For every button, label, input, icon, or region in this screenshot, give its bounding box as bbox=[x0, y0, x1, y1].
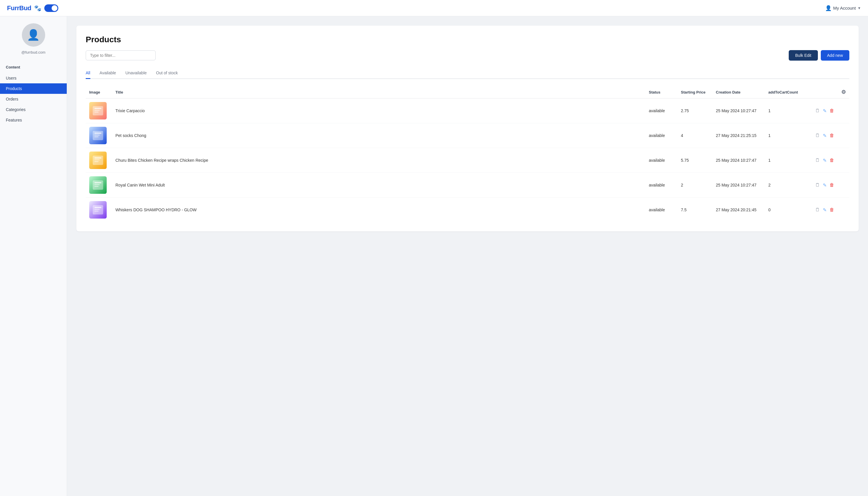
product-title-cell: Trixie Carpaccio bbox=[112, 98, 645, 123]
product-status: available bbox=[649, 158, 665, 162]
copy-icon[interactable]: 🗒 bbox=[815, 158, 820, 163]
product-date: 25 May 2024 10:27:47 bbox=[716, 108, 756, 113]
product-cart-cell: 1 bbox=[765, 148, 808, 173]
product-gear-cell bbox=[838, 98, 849, 123]
product-tabs: All Available Unavailable Out of stock bbox=[86, 67, 849, 79]
table-row: Pet socks Chong available 4 27 May 2024 … bbox=[86, 123, 849, 148]
chevron-down-icon: ▼ bbox=[857, 6, 861, 10]
product-price: 2 bbox=[681, 183, 683, 187]
product-date-cell: 25 May 2024 10:27:47 bbox=[712, 98, 765, 123]
my-account-menu[interactable]: 👤 My Account ▼ bbox=[825, 5, 861, 11]
product-gear-cell bbox=[838, 198, 849, 222]
copy-icon[interactable]: 🗒 bbox=[815, 207, 820, 213]
sidebar-item-features[interactable]: Features bbox=[0, 115, 67, 125]
svg-rect-17 bbox=[94, 207, 102, 208]
product-cart-count: 1 bbox=[768, 133, 771, 138]
tab-unavailable[interactable]: Unavailable bbox=[125, 67, 146, 79]
table-row: Whiskers DOG SHAMPOO HYDRO - GLOW availa… bbox=[86, 198, 849, 222]
product-title: Churu Bites Chicken Recipe wraps Chicken… bbox=[115, 158, 208, 162]
product-image bbox=[89, 127, 107, 144]
edit-icon[interactable]: ✎ bbox=[823, 207, 827, 213]
products-table: Image Title Status Starting Price Creati… bbox=[86, 86, 849, 222]
product-actions-cell: 🗒 ✎ 🗑 bbox=[808, 123, 838, 148]
my-account-label: My Account bbox=[833, 5, 856, 11]
product-date-cell: 25 May 2024 10:27:47 bbox=[712, 173, 765, 198]
product-cart-count: 0 bbox=[768, 207, 771, 212]
product-price-cell: 5.75 bbox=[677, 148, 712, 173]
sidebar-section-label: Content bbox=[0, 63, 67, 72]
product-thumbnail-icon bbox=[90, 177, 106, 192]
add-new-button[interactable]: Add new bbox=[821, 50, 849, 61]
product-price: 5.75 bbox=[681, 158, 689, 162]
product-date-cell: 27 May 2024 20:21:45 bbox=[712, 198, 765, 222]
svg-rect-11 bbox=[94, 161, 98, 162]
svg-rect-5 bbox=[94, 133, 102, 134]
bulk-edit-button[interactable]: Bulk Edit bbox=[789, 50, 818, 61]
svg-rect-19 bbox=[94, 211, 98, 212]
product-gear-cell bbox=[838, 173, 849, 198]
delete-icon[interactable]: 🗑 bbox=[830, 183, 834, 188]
svg-rect-14 bbox=[94, 184, 100, 185]
sidebar-item-categories-label: Categories bbox=[6, 107, 26, 112]
delete-icon[interactable]: 🗑 bbox=[830, 158, 834, 163]
product-action-icons: 🗒 ✎ 🗑 bbox=[812, 133, 834, 138]
sidebar-item-orders[interactable]: Orders bbox=[0, 94, 67, 104]
sidebar-item-categories[interactable]: Categories bbox=[0, 104, 67, 115]
sidebar-item-orders-label: Orders bbox=[6, 97, 18, 102]
col-header-gear: ⚙ bbox=[838, 86, 849, 98]
copy-icon[interactable]: 🗒 bbox=[815, 133, 820, 138]
product-date: 25 May 2024 10:27:47 bbox=[716, 158, 756, 162]
product-thumbnail-icon bbox=[90, 202, 106, 217]
product-gear-cell bbox=[838, 148, 849, 173]
main-content: Products Bulk Edit Add new All Available… bbox=[67, 16, 868, 496]
product-image bbox=[89, 176, 107, 194]
product-title: Royal Canin Wet Mini Adult bbox=[115, 183, 165, 187]
product-action-icons: 🗒 ✎ 🗑 bbox=[812, 158, 834, 163]
delete-icon[interactable]: 🗑 bbox=[830, 108, 834, 113]
product-date: 25 May 2024 10:27:47 bbox=[716, 183, 756, 187]
filter-input[interactable] bbox=[86, 50, 156, 60]
delete-icon[interactable]: 🗑 bbox=[830, 133, 834, 138]
copy-icon[interactable]: 🗒 bbox=[815, 183, 820, 188]
avatar: 👤 bbox=[22, 23, 45, 47]
product-actions-cell: 🗒 ✎ 🗑 bbox=[808, 148, 838, 173]
product-cart-cell: 1 bbox=[765, 123, 808, 148]
svg-rect-15 bbox=[94, 186, 98, 187]
table-row: Churu Bites Chicken Recipe wraps Chicken… bbox=[86, 148, 849, 173]
edit-icon[interactable]: ✎ bbox=[823, 108, 827, 114]
edit-icon[interactable]: ✎ bbox=[823, 133, 827, 138]
product-image-cell bbox=[86, 198, 112, 222]
product-title-cell: Royal Canin Wet Mini Adult bbox=[112, 173, 645, 198]
edit-icon[interactable]: ✎ bbox=[823, 183, 827, 188]
product-title-cell: Churu Bites Chicken Recipe wraps Chicken… bbox=[112, 148, 645, 173]
sidebar-item-users[interactable]: Users bbox=[0, 73, 67, 83]
product-gear-cell bbox=[838, 123, 849, 148]
product-thumbnail-icon bbox=[90, 103, 106, 118]
page-title: Products bbox=[86, 35, 849, 44]
product-image-cell bbox=[86, 148, 112, 173]
product-status-cell: available bbox=[645, 98, 677, 123]
edit-icon[interactable]: ✎ bbox=[823, 158, 827, 163]
copy-icon[interactable]: 🗒 bbox=[815, 108, 820, 113]
product-actions-cell: 🗒 ✎ 🗑 bbox=[808, 173, 838, 198]
tab-all[interactable]: All bbox=[86, 67, 90, 79]
product-cart-cell: 0 bbox=[765, 198, 808, 222]
product-title-cell: Pet socks Chong bbox=[112, 123, 645, 148]
tab-available[interactable]: Available bbox=[100, 67, 116, 79]
products-card: Products Bulk Edit Add new All Available… bbox=[76, 26, 859, 231]
product-status-cell: available bbox=[645, 198, 677, 222]
product-status: available bbox=[649, 133, 665, 138]
sidebar-item-products[interactable]: Products bbox=[0, 83, 67, 94]
product-price-cell: 7.5 bbox=[677, 198, 712, 222]
table-settings-icon[interactable]: ⚙ bbox=[841, 89, 846, 95]
tab-out-of-stock[interactable]: Out of stock bbox=[156, 67, 178, 79]
svg-rect-10 bbox=[94, 159, 100, 160]
sidebar-item-products-label: Products bbox=[6, 86, 22, 91]
delete-icon[interactable]: 🗑 bbox=[830, 207, 834, 213]
table-header-row: Image Title Status Starting Price Creati… bbox=[86, 86, 849, 98]
product-cart-cell: 2 bbox=[765, 173, 808, 198]
svg-rect-3 bbox=[94, 112, 98, 112]
theme-toggle[interactable] bbox=[44, 4, 58, 12]
product-price: 7.5 bbox=[681, 207, 686, 212]
logo-paw-icon: 🐾 bbox=[34, 5, 41, 12]
